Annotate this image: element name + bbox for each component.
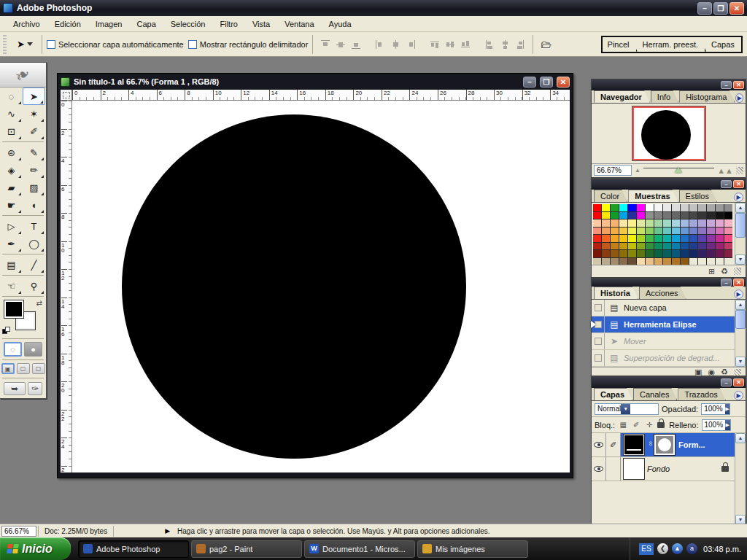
lock-paint-icon[interactable]: ✐ [631,421,641,429]
dist-vcenter-icon[interactable] [445,40,455,49]
palette-menu-icon[interactable]: ▶ [734,391,743,400]
trash-icon[interactable]: ♻ [721,267,728,276]
palette-titlebar[interactable]: – ✕ [592,179,746,190]
doc-minimize-button[interactable]: – [523,77,536,88]
current-tool-button[interactable]: ➤ [12,37,37,51]
color-swatch[interactable] [593,235,601,242]
tray-acrobat-icon[interactable]: a [686,543,697,554]
tab-historia[interactable]: Historia [594,287,638,299]
color-swatch[interactable] [593,243,601,250]
color-swatch[interactable] [646,243,654,250]
lock-all-icon[interactable] [657,422,665,428]
menu-edicion[interactable]: Edición [47,18,88,31]
vector-mask-thumbnail[interactable] [654,435,675,455]
restore-button[interactable]: ❐ [713,2,728,15]
color-swatch[interactable] [663,235,671,242]
color-swatch[interactable] [628,250,636,257]
color-swatch[interactable] [716,235,724,242]
lasso-tool[interactable]: ∿ [0,105,23,122]
slice-tool[interactable]: ✐ [23,122,45,140]
tab-histograma[interactable]: Histograma [679,90,735,103]
color-swatch[interactable] [663,243,671,250]
color-swatch[interactable] [689,212,697,219]
color-swatch[interactable] [716,243,724,250]
standard-screen-mode-button[interactable]: ▣ [1,363,15,374]
color-swatch[interactable] [593,250,601,257]
file-browser-icon[interactable]: 🗁 [538,38,554,50]
dist-right-icon[interactable] [515,40,525,49]
color-swatch[interactable] [654,219,662,227]
color-swatch[interactable] [619,258,627,265]
dist-hcenter-icon[interactable] [500,40,510,49]
fullscreen-menu-mode-button[interactable]: ▢ [17,363,30,374]
layer-thumbnail[interactable] [624,435,644,455]
tab-color[interactable]: Color [594,190,627,202]
tab-estilos[interactable]: Estilos [679,190,717,202]
palette-close-button[interactable]: ✕ [733,279,744,287]
color-swatch[interactable] [611,228,619,235]
menu-capa[interactable]: Capa [129,18,163,31]
quick-mask-mode-button[interactable]: ● [24,342,42,357]
color-swatch[interactable] [654,204,662,211]
color-swatch[interactable] [724,243,732,250]
color-swatch[interactable] [637,219,645,227]
tab-acciones[interactable]: Acciones [639,287,686,299]
well-tab-capas[interactable]: Capas [706,37,741,52]
color-swatch[interactable] [672,250,680,257]
color-swatch[interactable] [707,204,715,211]
menu-filtro[interactable]: Filtro [212,18,244,31]
color-swatch[interactable] [602,250,610,257]
color-swatch[interactable] [681,243,689,250]
color-swatch[interactable] [681,204,689,211]
navigator-preview[interactable] [592,104,746,163]
history-item[interactable]: ➤Mover [592,333,735,350]
layer-name[interactable]: Fondo [647,464,670,473]
color-swatch[interactable] [681,219,689,227]
zoom-out-icon[interactable]: ▲ [635,167,640,174]
magic-wand-tool[interactable]: ✶ [23,105,45,122]
color-swatch[interactable] [619,212,627,219]
color-swatch[interactable] [628,212,636,219]
layers-scrollbar[interactable]: ▲ ▼ [735,433,746,525]
color-swatch[interactable] [689,250,697,257]
dist-top-icon[interactable] [430,40,440,49]
color-swatch[interactable] [611,235,619,242]
color-swatch[interactable] [628,204,636,211]
layer-thumbnail[interactable] [624,459,644,479]
color-swatch[interactable] [707,235,715,242]
tab-canales[interactable]: Canales [633,388,677,400]
color-swatch[interactable] [707,219,715,227]
color-swatch[interactable] [654,250,662,257]
color-swatch[interactable] [672,235,680,242]
notes-tool[interactable]: ▤ [0,256,23,273]
layer-row-shape[interactable]: ✐ ∞ Form... [592,433,735,457]
color-swatch[interactable] [707,250,715,257]
new-swatch-icon[interactable]: ⊞ [708,267,715,276]
eye-icon[interactable] [594,466,603,472]
color-swatch[interactable] [619,228,627,235]
color-swatch[interactable] [707,243,715,250]
color-swatch[interactable] [707,228,715,235]
color-swatch[interactable] [628,243,636,250]
color-swatch[interactable] [628,219,636,227]
history-item[interactable]: ▤Herramienta Elipse [592,316,735,333]
color-swatch[interactable] [646,219,654,227]
palette-menu-icon[interactable]: ▶ [734,192,743,202]
history-source-checkbox[interactable] [592,333,605,349]
color-swatch[interactable] [698,204,706,211]
align-top-icon[interactable] [320,40,330,49]
color-swatch[interactable] [654,228,662,235]
pen-tool[interactable]: ✒ [0,235,23,252]
menu-vista[interactable]: Vista [245,18,277,31]
color-swatch[interactable] [602,204,610,211]
eraser-tool[interactable]: ▰ [0,179,23,196]
color-swatch[interactable] [654,212,662,219]
healing-brush-tool[interactable]: ⊜ [0,144,23,161]
color-swatch[interactable] [716,204,724,211]
tray-app-icon[interactable]: ▲ [672,543,683,554]
color-swatch[interactable] [646,204,654,211]
opacity-field[interactable]: 100%▶ [701,403,730,415]
color-swatch[interactable] [654,235,662,242]
color-swatch[interactable] [716,212,724,219]
color-swatch[interactable] [637,250,645,257]
